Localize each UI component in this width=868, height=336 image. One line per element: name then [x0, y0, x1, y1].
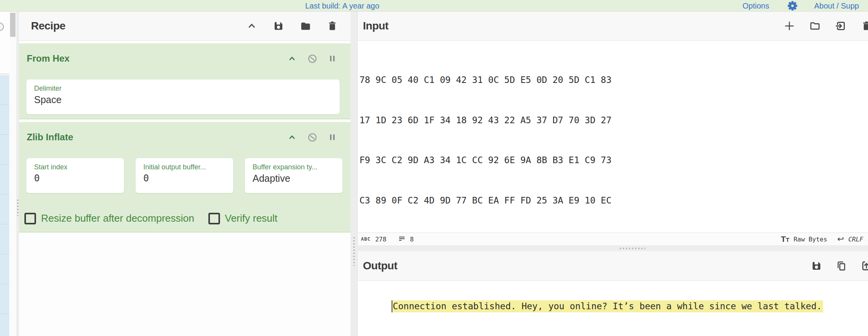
line-count-icon: [398, 235, 406, 244]
ingredient-label: Delimiter: [34, 84, 332, 93]
char-count-value: 278: [375, 236, 387, 243]
resize-buffer-checkbox-group: Resize buffer after decompression: [24, 212, 194, 224]
recipe-list: From Hex Delim: [19, 43, 351, 233]
verify-result-checkbox-group: Verify result: [208, 212, 278, 224]
operation-from-hex[interactable]: From Hex Delim: [19, 43, 351, 119]
collapse-recipe-icon[interactable]: [246, 21, 257, 31]
cyberchef-app: Last build: A year ago Options About / S…: [0, 0, 868, 336]
line-count-value: 8: [410, 236, 414, 243]
open-input-icon[interactable]: [835, 20, 847, 32]
output-panel: Output Connection established. Hey, you …: [357, 251, 868, 336]
save-recipe-icon[interactable]: [273, 20, 284, 32]
operations-scrollbar-thumb[interactable]: [10, 13, 15, 37]
splitter-grip[interactable]: [353, 237, 355, 266]
ingredient-value: Space: [34, 94, 332, 105]
ingredient-value: 0: [143, 173, 225, 184]
collapse-operation-icon[interactable]: [287, 133, 297, 142]
gear-icon[interactable]: [787, 0, 798, 11]
hex-line: 17 1D 23 6D 1F 34 18 92 43 22 A5 37 D7 7…: [359, 114, 868, 127]
clear-recipe-trash-icon[interactable]: [327, 21, 338, 31]
clear-input-trash-icon[interactable]: [861, 21, 868, 31]
output-header: Output: [358, 251, 868, 281]
delimiter-select[interactable]: Delimiter Space: [26, 79, 340, 114]
output-result-highlighted: Connection established. Hey, you online?…: [392, 300, 823, 312]
last-build-link[interactable]: Last build: A year ago: [305, 0, 379, 11]
eol-return-icon[interactable]: ↩: [837, 234, 844, 244]
checkbox-label: Verify result: [225, 212, 278, 224]
recipe-panel: Recipe From Hex: [19, 12, 351, 336]
add-input-tab-icon[interactable]: [784, 20, 795, 32]
top-banner: Last build: A year ago Options About / S…: [0, 0, 868, 12]
resize-buffer-checkbox[interactable]: [24, 213, 36, 224]
input-output-splitter[interactable]: [357, 245, 868, 251]
start-index-field[interactable]: Start index 0: [26, 158, 124, 193]
ingredient-value: Adaptive: [253, 173, 335, 184]
operations-panel-edge: [0, 12, 9, 336]
operations-list-edge[interactable]: [0, 75, 9, 336]
splitter-grip[interactable]: [17, 200, 19, 216]
checkbox-label: Resize buffer after decompression: [41, 212, 194, 224]
ingredient-label: Start index: [34, 163, 116, 171]
input-header: Input: [358, 12, 868, 41]
operation-title: From Hex: [27, 53, 287, 64]
character-encoding-value[interactable]: Raw Bytes: [794, 236, 827, 243]
recipe-title: Recipe: [31, 20, 246, 32]
splitter-grip[interactable]: [620, 248, 645, 249]
recipe-header: Recipe: [19, 12, 351, 41]
operation-title: Zlib Inflate: [27, 132, 287, 143]
ingredient-label: Initial output buffer...: [143, 163, 225, 171]
buffer-expansion-type-select[interactable]: Buffer expansion ty... Adaptive: [245, 158, 342, 193]
char-count: ABC 278: [361, 236, 387, 243]
breakpoint-pause-icon[interactable]: [328, 54, 337, 63]
output-title: Output: [363, 260, 811, 272]
recipe-io-splitter[interactable]: [351, 12, 357, 336]
input-status-bar: ABC 278 8 TT Raw Bytes ↩ CRLF (: [358, 233, 868, 245]
operations-scrollbar[interactable]: [9, 12, 16, 336]
save-output-icon[interactable]: [811, 260, 822, 272]
input-panel: Input 78 9C 05 40 C1 09 42 31 0C 5D E5 0…: [357, 12, 868, 251]
about-support-link[interactable]: About / Supp: [814, 0, 868, 11]
hex-line: 78 9C 05 40 C1 09 42 31 0C 5D E5 0D 20 5…: [359, 73, 868, 87]
breakpoint-pause-icon[interactable]: [328, 133, 337, 142]
operations-recipe-splitter[interactable]: [16, 12, 19, 336]
initial-output-buffer-field[interactable]: Initial output buffer... 0: [136, 158, 233, 193]
collapse-operation-icon[interactable]: [287, 54, 297, 63]
hex-line: F9 3C C2 9D A3 34 1C CC 92 6E 9A 8B B3 E…: [359, 153, 868, 167]
ingredient-value: 0: [34, 173, 116, 184]
line-count: 8: [398, 235, 414, 244]
eol-value[interactable]: CRLF (: [848, 236, 868, 243]
disable-operation-icon[interactable]: [307, 132, 318, 143]
open-output-in-tab-icon[interactable]: [860, 260, 868, 272]
open-file-folder-icon[interactable]: [809, 20, 821, 32]
operations-search-edge[interactable]: [0, 12, 9, 74]
options-link[interactable]: Options: [743, 0, 769, 11]
hex-line: C3 89 0F C2 4D 9D 77 BC EA FF FD 25 3A E…: [359, 194, 868, 207]
output-textarea[interactable]: Connection established. Hey, you online?…: [358, 281, 868, 326]
verify-result-checkbox[interactable]: [208, 213, 220, 224]
char-count-icon: ABC: [361, 236, 371, 242]
load-recipe-folder-icon[interactable]: [300, 20, 311, 32]
operation-zlib-inflate[interactable]: Zlib Inflate S: [19, 122, 351, 233]
character-encoding-icon[interactable]: TT: [781, 234, 789, 244]
disable-operation-icon[interactable]: [307, 53, 318, 64]
search-icon: [0, 22, 4, 31]
input-title: Input: [363, 20, 784, 32]
copy-output-icon[interactable]: [835, 260, 847, 272]
ingredient-label: Buffer expansion ty...: [253, 163, 335, 171]
